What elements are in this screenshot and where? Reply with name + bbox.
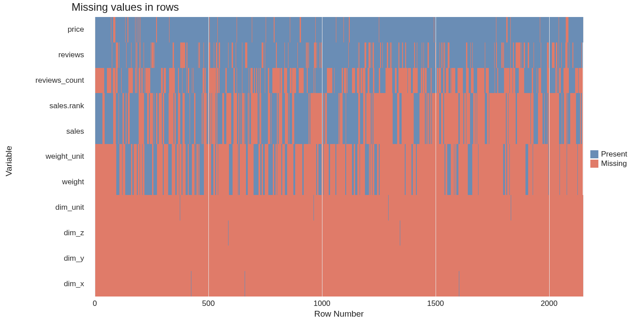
cell-present: [144, 119, 147, 144]
cell-missing: [297, 169, 301, 195]
cell-present: [417, 42, 422, 68]
gridline: [436, 17, 436, 297]
cell-present: [374, 68, 379, 93]
cell-present: [569, 68, 575, 93]
cell-missing: [406, 169, 411, 195]
cell-missing: [564, 119, 567, 144]
x-axis-label: Row Number: [314, 309, 364, 319]
cell-missing: [265, 169, 269, 195]
y-tick-label: dim_z: [0, 220, 89, 246]
cell-missing: [139, 93, 144, 119]
cell-missing: [548, 93, 559, 119]
cell-missing: [324, 169, 329, 195]
cell-present: [190, 119, 195, 144]
cell-missing: [304, 144, 316, 169]
cell-present: [278, 42, 284, 68]
cell-present: [534, 119, 538, 144]
cell-present: [335, 68, 342, 93]
cell-present: [573, 42, 579, 68]
y-tick-label: reviews_count: [0, 68, 89, 93]
gridline: [322, 17, 322, 297]
cell-missing: [366, 93, 371, 119]
cell-missing: [570, 93, 576, 119]
cell-present: [210, 42, 214, 68]
cell-missing: [240, 169, 246, 195]
cell-present: [296, 68, 299, 93]
cell-missing: [172, 144, 175, 169]
cell-missing: [346, 169, 352, 195]
y-axis: pricereviewsreviews_countsales.ranksales…: [0, 17, 89, 297]
cell-present: [261, 119, 268, 144]
cell-missing: [314, 195, 352, 220]
cell-present: [582, 42, 583, 68]
cell-present: [360, 93, 364, 119]
cell-present: [268, 144, 273, 169]
cell-missing: [451, 169, 454, 195]
cell-present: [474, 68, 477, 93]
cell-present: [309, 42, 314, 68]
cell-present: [95, 119, 100, 144]
heatmap-row: [95, 220, 583, 246]
cell-present: [200, 42, 203, 68]
cell-present: [271, 93, 277, 119]
cell-present: [220, 68, 226, 93]
cell-missing: [406, 144, 411, 169]
cell-missing: [297, 144, 301, 169]
cell-present: [144, 93, 147, 119]
legend-label-present: Present: [601, 150, 627, 159]
cell-missing: [212, 119, 216, 144]
cell-present: [150, 68, 161, 93]
cell-missing: [95, 169, 116, 195]
cell-present: [195, 119, 202, 144]
cell-present: [261, 93, 268, 119]
cell-present: [217, 119, 222, 144]
cell-present: [559, 17, 566, 42]
cell-missing: [458, 144, 468, 169]
heatmap-row: [95, 42, 583, 68]
cell-missing: [159, 93, 162, 119]
x-axis: Row Number 0500100015002000: [95, 297, 583, 319]
cell-present: [568, 17, 583, 42]
cell-present: [116, 144, 119, 169]
cell-missing: [533, 144, 541, 169]
cell-missing: [567, 144, 577, 169]
cell-present: [247, 42, 262, 68]
cell-present: [112, 42, 116, 68]
cell-present: [334, 42, 345, 68]
cell-present: [140, 17, 145, 42]
cell-missing: [519, 68, 524, 93]
cell-missing: [169, 119, 174, 144]
cell-present: [436, 42, 440, 68]
x-tick-label: 0: [93, 299, 97, 308]
cell-present: [346, 119, 358, 144]
y-tick-label: dim_y: [0, 246, 89, 271]
cell-missing: [567, 169, 577, 195]
cell-present: [164, 119, 169, 144]
cell-missing: [413, 144, 416, 169]
cell-missing: [191, 271, 245, 297]
cell-present: [195, 93, 202, 119]
heatmap-row: [95, 68, 583, 93]
cell-missing: [251, 93, 258, 119]
cell-missing: [277, 144, 281, 169]
cell-missing: [444, 93, 458, 119]
cell-missing: [304, 169, 316, 195]
cell-missing: [218, 144, 229, 169]
cell-present: [322, 42, 334, 68]
cell-present: [294, 93, 309, 119]
cell-missing: [95, 68, 104, 93]
y-tick-label: dim_x: [0, 271, 89, 297]
cell-present: [145, 17, 156, 42]
cell-missing: [169, 68, 174, 93]
cell-present: [190, 93, 195, 119]
cell-missing: [511, 195, 583, 220]
cell-missing: [346, 144, 352, 169]
cell-present: [119, 93, 123, 119]
heatmap-row: [95, 144, 583, 169]
cell-missing: [508, 93, 515, 119]
cell-missing: [575, 68, 578, 93]
cell-missing: [360, 144, 365, 169]
cell-present: [365, 169, 369, 195]
cell-present: [221, 42, 226, 68]
cell-missing: [402, 93, 413, 119]
